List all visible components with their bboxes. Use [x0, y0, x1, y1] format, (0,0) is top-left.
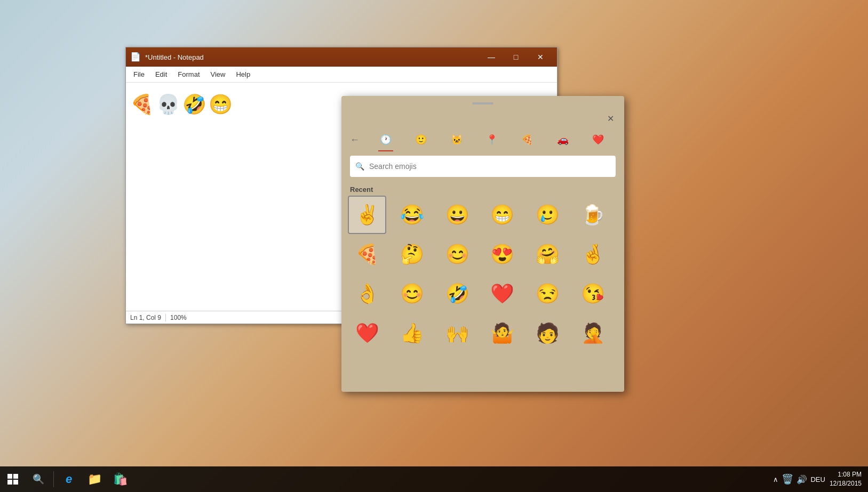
emoji-cell-23[interactable]: 🤦 [574, 314, 612, 352]
category-symbols[interactable]: ❤️ [588, 130, 608, 149]
taskbar-app-store[interactable]: 🛍️ [107, 466, 133, 492]
minimize-button[interactable]: — [479, 47, 504, 67]
menu-view[interactable]: View [205, 68, 231, 80]
emoji-cell-8[interactable]: 😊 [438, 235, 476, 273]
logo-cell-tr [13, 474, 18, 479]
emoji-cell-4[interactable]: 🥲 [529, 196, 567, 234]
show-hidden-icons[interactable]: ∧ [773, 475, 778, 483]
taskbar-date-display: 12/18/2015 [830, 479, 862, 488]
search-icon: 🔍 [355, 162, 364, 171]
zoom-level: 100% [170, 314, 187, 321]
nav-back-button[interactable]: ← [350, 134, 360, 146]
emoji-cell-0[interactable]: ✌️ [348, 196, 386, 234]
notepad-app-icon: 📄 [130, 52, 141, 62]
category-smileys[interactable]: 🙂 [411, 130, 431, 149]
windows-logo [7, 474, 18, 485]
taskbar-clock[interactable]: 1:08 PM 12/18/2015 [830, 470, 862, 488]
emoji-cell-14[interactable]: 🤣 [438, 275, 476, 313]
category-travel[interactable]: 🚗 [553, 130, 572, 149]
maximize-button[interactable]: □ [504, 47, 528, 67]
start-button[interactable] [0, 466, 26, 492]
search-icon-taskbar: 🔍 [33, 473, 44, 485]
taskbar-app-edge[interactable]: e [56, 466, 82, 492]
taskbar: 🔍 e 📁 🛍️ ∧ 🗑️ 🔊 DEU 1:08 PM 12/18/2015 [0, 466, 868, 492]
emoji-cell-20[interactable]: 🙌 [438, 314, 476, 352]
search-input[interactable] [350, 156, 616, 177]
close-button[interactable]: ✕ [528, 47, 553, 67]
emoji-cell-18[interactable]: ❤️ [348, 314, 386, 352]
emoji-cell-16[interactable]: 😒 [529, 275, 567, 313]
category-animals[interactable]: 🐱 [447, 130, 466, 149]
emoji-cell-6[interactable]: 🍕 [348, 235, 386, 273]
emoji-search-bar: 🔍 [350, 156, 616, 177]
taskbar-search-button[interactable]: 🔍 [26, 466, 51, 492]
notepad-text: 🍕💀🤣😁 [130, 93, 235, 116]
emoji-grid: ✌️ 😂 😀 😁 🥲 🍺 🍕 🤔 😊 😍 🤗 🤞 👌 😊 🤣 ❤️ 😒 😘 ❤️… [341, 196, 624, 352]
menu-help[interactable]: Help [230, 68, 256, 80]
emoji-cell-7[interactable]: 🤔 [393, 235, 432, 273]
cursor-position: Ln 1, Col 9 [130, 314, 161, 321]
emoji-cell-5[interactable]: 🍺 [574, 196, 612, 234]
picker-close-button[interactable]: ✕ [603, 111, 618, 126]
logo-cell-br [13, 480, 18, 485]
notepad-controls: — □ ✕ [479, 47, 553, 67]
emoji-cell-12[interactable]: 👌 [348, 275, 386, 313]
menu-file[interactable]: File [128, 68, 150, 80]
picker-header: ✕ [341, 111, 624, 130]
emoji-cell-15[interactable]: ❤️ [483, 275, 522, 313]
emoji-cell-1[interactable]: 😂 [393, 196, 432, 234]
taskbar-right: ∧ 🗑️ 🔊 DEU 1:08 PM 12/18/2015 [773, 470, 868, 488]
volume-icon[interactable]: 🔊 [797, 474, 807, 485]
notepad-title: *Untitled - Notepad [145, 53, 479, 61]
taskbar-time-display: 1:08 PM [830, 470, 862, 479]
emoji-cell-9[interactable]: 😍 [483, 235, 522, 273]
notepad-titlebar: 📄 *Untitled - Notepad — □ ✕ [126, 47, 557, 67]
notepad-menubar: File Edit Format View Help [126, 67, 557, 83]
emoji-picker: ✕ ← 🕐 🙂 🐱 📍 🍕 🚗 ❤️ 🔍 Recent ✌️ 😂 😀 😁 🥲 🍺… [341, 96, 624, 392]
emoji-cell-17[interactable]: 😘 [574, 275, 612, 313]
category-recent[interactable]: 🕐 [376, 130, 395, 149]
language-indicator[interactable]: DEU [810, 475, 825, 483]
recycle-bin-icon: 🗑️ [782, 473, 793, 485]
menu-format[interactable]: Format [172, 68, 205, 80]
menu-edit[interactable]: Edit [150, 68, 172, 80]
logo-cell-tl [7, 474, 12, 479]
emoji-cell-2[interactable]: 😀 [438, 196, 476, 234]
emoji-cell-11[interactable]: 🤞 [574, 235, 612, 273]
emoji-cell-3[interactable]: 😁 [483, 196, 522, 234]
drag-handle [472, 102, 493, 104]
emoji-cell-19[interactable]: 👍 [393, 314, 432, 352]
drag-handle-area[interactable] [341, 96, 624, 111]
category-nav: 🕐 🙂 🐱 📍 🍕 🚗 ❤️ [368, 130, 616, 149]
emoji-cell-22[interactable]: 🧑 [529, 314, 567, 352]
emoji-nav: ← 🕐 🙂 🐱 📍 🍕 🚗 ❤️ [341, 130, 624, 151]
taskbar-divider-1 [53, 471, 54, 487]
section-label: Recent [341, 181, 624, 196]
emoji-cell-13[interactable]: 😊 [393, 275, 432, 313]
taskbar-app-explorer[interactable]: 📁 [82, 466, 107, 492]
emoji-cell-10[interactable]: 🤗 [529, 235, 567, 273]
emoji-cell-21[interactable]: 🤷 [483, 314, 522, 352]
status-separator [165, 314, 166, 321]
logo-cell-bl [7, 480, 12, 485]
system-tray-icons: ∧ 🗑️ 🔊 DEU [773, 473, 825, 485]
category-places[interactable]: 📍 [482, 130, 501, 149]
category-food[interactable]: 🍕 [517, 130, 537, 149]
